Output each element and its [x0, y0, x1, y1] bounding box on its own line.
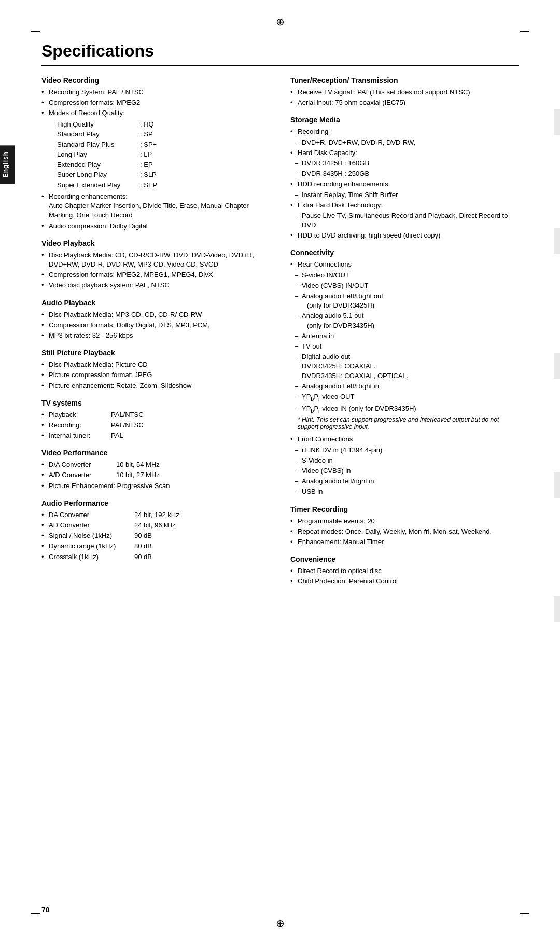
mode-row: Standard Play Plus: SP+ [57, 140, 270, 150]
section-title-tuner: Tuner/Reception/ Transmission [290, 76, 519, 85]
list-item: Disc Playback Media: Picture CD [41, 360, 270, 369]
mode-row: Super Long Play: SLP [57, 170, 270, 180]
list-item: Picture Enhancement: Progressive Scan [41, 481, 270, 491]
list-item: HDD to DVD archiving: high speed (direct… [290, 231, 519, 240]
list-item: Internal tuner:PAL [41, 431, 270, 440]
list-item: Disc Playback Media: MP3-CD, CD, CD-R/ C… [41, 310, 270, 319]
list-item: Antenna in [290, 331, 519, 341]
list-item: Aerial input: 75 ohm coaxial (IEC75) [290, 98, 519, 107]
right-accent-bar [554, 109, 560, 135]
list-item: Front Connections [290, 435, 519, 444]
section-video-performance: Video Performance D/A Converter10 bit, 5… [41, 449, 270, 491]
section-title-audio-playback: Audio Playback [41, 299, 270, 307]
right-accent-bar [554, 228, 560, 254]
list-item: Compression formats: MPEG2, MPEG1, MPEG4… [41, 270, 270, 280]
list-item: Analog audio 5.1 out(only for DVDR3435H) [290, 311, 519, 330]
list-item: Picture enhancement: Rotate, Zoom, Slide… [41, 381, 270, 391]
list-item: Instant Replay, Time Shift Buffer [290, 190, 519, 200]
list-item: Analog audio Left/Right out(only for DVD… [290, 291, 519, 310]
mode-label: Standard Play [57, 129, 140, 140]
list-item: Recording enhancements:Auto Chapter Mark… [41, 192, 270, 220]
section-storage-media: Storage Media Recording : DVD+R, DVD+RW,… [290, 116, 519, 240]
rule-mark [520, 31, 529, 32]
page-number: 70 [41, 906, 50, 914]
mode-value: : HQ [140, 119, 166, 130]
list-item: AD Converter24 bit, 96 kHz [41, 521, 270, 530]
section-connectivity: Connectivity Rear Connections S-video IN… [290, 248, 519, 496]
compass-top-icon: ⊕ [276, 16, 285, 28]
list-item: DVDR 3425H : 160GB [290, 159, 519, 168]
list-item: Receive TV signal : PAL(This set does no… [290, 88, 519, 97]
compass-bottom-icon: ⊕ [276, 917, 285, 929]
section-convenience: Convenience Direct Record to optical dis… [290, 555, 519, 586]
content-area: Video Recording Recording System: PAL / … [41, 76, 519, 594]
mode-value: : SP [140, 129, 166, 140]
mode-label: Extended Play [57, 160, 140, 170]
list-item: YPbPr video OUT [290, 392, 519, 403]
mode-row: Extended Play: EP [57, 160, 270, 170]
list-item: Video disc playback system: PAL, NTSC [41, 281, 270, 290]
list-item: TV out [290, 342, 519, 351]
mode-value: : SP+ [140, 140, 166, 150]
language-tab: English [0, 145, 15, 184]
right-accent-bar [554, 596, 560, 622]
list-item: Hard Disk Capacity: [290, 148, 519, 158]
list-item: Crosstalk (1kHz)90 dB [41, 552, 270, 562]
list-item: Disc Playback Media: CD, CD-R/CD-RW, DVD… [41, 251, 270, 269]
list-item: DVD+R, DVD+RW, DVD-R, DVD-RW, [290, 138, 519, 147]
section-tv-systems: TV systems Playback:PAL/NTSC Recording:P… [41, 399, 270, 441]
right-accent-bar [554, 353, 560, 379]
mode-row: High Quality: HQ [57, 119, 270, 130]
list-item: Dynamic range (1kHz)80 dB [41, 541, 270, 551]
section-still-picture: Still Picture Playback Disc Playback Med… [41, 349, 270, 391]
list-item: HDD recording enhancements: [290, 179, 519, 189]
list-item: Recording:PAL/NTSC [41, 421, 270, 430]
list-item: Video (CVBS) in [290, 466, 519, 476]
section-title-video-playback: Video Playback [41, 239, 270, 247]
list-item: S-Video in [290, 456, 519, 465]
mode-value: : LP [140, 149, 166, 160]
page-title: Specifications [41, 41, 519, 61]
left-column: Video Recording Recording System: PAL / … [41, 76, 270, 594]
mode-row: Super Extended Play: SEP [57, 180, 270, 190]
section-audio-playback: Audio Playback Disc Playback Media: MP3-… [41, 299, 270, 341]
section-title-video-performance: Video Performance [41, 449, 270, 457]
list-item: Pause Live TV, Simultaneous Record and P… [290, 211, 519, 230]
list-item: USB in [290, 487, 519, 496]
list-item: Signal / Noise (1kHz)90 dB [41, 531, 270, 540]
right-accent-bar [554, 472, 560, 498]
section-title-still-picture: Still Picture Playback [41, 349, 270, 357]
list-item: Compression formats: MPEG2 [41, 98, 270, 107]
list-item: Enhancement: Manual Timer [290, 537, 519, 547]
section-tuner-reception: Tuner/Reception/ Transmission Receive TV… [290, 76, 519, 107]
list-item: Playback:PAL/NTSC [41, 410, 270, 420]
title-divider [41, 65, 519, 66]
list-item: Recording : [290, 127, 519, 136]
hint-note: * Hint: This set can support progressive… [290, 416, 519, 430]
list-item: Repeat modes: Once, Daily, Weekly, Mon-f… [290, 527, 519, 536]
list-item: YPbPr video IN (only for DVDR3435H) [290, 404, 519, 415]
rule-mark [520, 913, 529, 914]
list-item: D/A Converter10 bit, 54 MHz [41, 460, 270, 469]
list-item: S-video IN/OUT [290, 271, 519, 280]
list-item: Modes of Record Quality: [41, 108, 270, 118]
section-title-convenience: Convenience [290, 555, 519, 563]
section-title-storage: Storage Media [290, 116, 519, 124]
page: ⊕ ⊕ English Specifications Video Recordi… [0, 0, 560, 945]
list-item: Picture compression format: JPEG [41, 370, 270, 380]
rule-mark [31, 913, 40, 914]
list-item: DA Converter24 bit, 192 kHz [41, 510, 270, 520]
list-item: Analog audio left/right in [290, 477, 519, 486]
section-video-playback: Video Playback Disc Playback Media: CD, … [41, 239, 270, 290]
list-item: Extra Hard Disk Technology: [290, 201, 519, 210]
list-item: Direct Record to optical disc [290, 566, 519, 576]
section-title-timer: Timer Recording [290, 505, 519, 513]
list-item: MP3 bit rates: 32 - 256 kbps [41, 331, 270, 340]
list-item: Digital audio outDVDR3425H: COAXIAL.DVDR… [290, 352, 519, 381]
list-item: Programmable events: 20 [290, 517, 519, 526]
mode-label: Super Extended Play [57, 180, 140, 190]
section-title-audio-performance: Audio Performance [41, 499, 270, 507]
list-item: Child Protection: Parental Control [290, 577, 519, 586]
section-title-connectivity: Connectivity [290, 248, 519, 257]
list-item: Recording System: PAL / NTSC [41, 88, 270, 97]
